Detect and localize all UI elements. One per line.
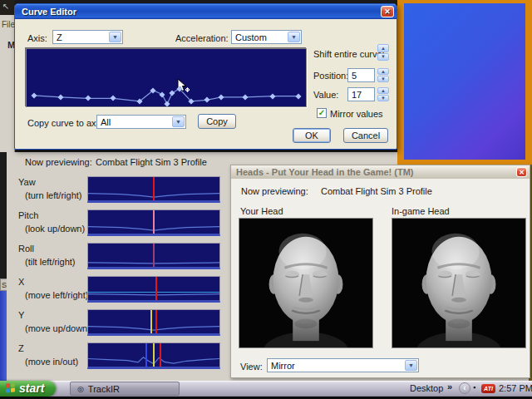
curve-editor-titlebar[interactable]: Curve Editor ✕ xyxy=(15,4,397,19)
spinner-up-icon[interactable]: ▲ xyxy=(377,87,389,94)
hide-tray-icons-button[interactable]: ‹ xyxy=(459,382,470,394)
heads-window: Heads - Put Your Head in the Game! (TM) … xyxy=(230,165,530,378)
app-cursor-icon: ↖ xyxy=(2,2,9,11)
file-menu-fragment[interactable]: File xyxy=(2,20,15,29)
chevron-down-icon[interactable]: ▼ xyxy=(288,32,300,42)
start-button[interactable]: start xyxy=(0,381,56,397)
acceleration-select-value: Custom xyxy=(235,32,267,42)
shift-curve-spinner[interactable]: ▲ ▼ xyxy=(377,44,389,61)
axis-row-yaw: Yaw (turn left/right) xyxy=(17,175,224,204)
axis-desc: (turn left/right) xyxy=(25,190,81,200)
axis-desc: (move in/out) xyxy=(25,357,78,367)
chevron-left-icon: ‹ xyxy=(463,384,466,392)
taskbar-clock[interactable]: 2:57 PM xyxy=(499,383,532,393)
curve-editor-title: Curve Editor xyxy=(22,7,76,17)
axis-select-value: Z xyxy=(57,32,62,42)
your-head-view xyxy=(239,218,373,348)
background-blue-strip xyxy=(0,291,7,381)
taskbar: start ◎ TrackIR Desktop » ‹ ▪ ATI 2:57 P… xyxy=(0,381,532,397)
strip-position-marker xyxy=(145,343,147,367)
strip-position-marker xyxy=(153,343,155,367)
curve-plot[interactable] xyxy=(26,48,307,107)
axis-select[interactable]: Z ▼ xyxy=(52,30,123,44)
strip-position-marker xyxy=(153,244,155,267)
strip-position-marker xyxy=(150,310,152,333)
acceleration-label: Acceleration: xyxy=(175,33,229,43)
strip-position-marker xyxy=(153,210,155,234)
axis-preview-strip-yaw xyxy=(87,176,220,203)
spinner-up-icon[interactable]: ▲ xyxy=(377,68,389,75)
check-icon: ✓ xyxy=(318,109,325,117)
axis-name: Y xyxy=(18,310,24,320)
axis-name: X xyxy=(18,277,24,287)
curve-editor-dialog: Curve Editor ✕ Axis: Z ▼ Acceleration: C… xyxy=(14,3,397,150)
heads-profile-name: Combat Flight Sim 3 Profile xyxy=(321,186,432,196)
axis-desc: (look up/down) xyxy=(25,224,85,234)
head-render-your xyxy=(239,219,372,347)
chevron-down-icon[interactable]: ▼ xyxy=(172,116,185,127)
chevron-down-icon[interactable]: ▼ xyxy=(405,360,417,371)
tray-device-icon[interactable]: ▪ xyxy=(473,383,475,392)
toolbar-chevrons-icon[interactable]: » xyxy=(447,382,452,392)
axis-desc: (move left/right) xyxy=(25,290,88,300)
taskbar-item-label: TrackIR xyxy=(88,384,120,394)
axis-row-roll: Roll (tilt left/right) xyxy=(17,241,224,271)
ingame-head-label: In-game Head xyxy=(392,206,450,216)
start-button-label: start xyxy=(19,382,44,395)
spinner-down-icon[interactable]: ▼ xyxy=(377,53,389,62)
camera-view-frame xyxy=(397,0,532,165)
copy-axis-select[interactable]: All ▼ xyxy=(96,115,186,129)
spinner-down-icon[interactable]: ▼ xyxy=(377,95,389,101)
shift-curve-label: Shift entire curve: xyxy=(313,49,385,59)
axis-preview-strip-y xyxy=(87,309,220,336)
value-label: Value: xyxy=(313,90,338,100)
profile-name: Combat Flight Sim 3 Profile xyxy=(96,157,207,167)
axis-desc: (move up/down) xyxy=(25,323,91,333)
view-select[interactable]: Mirror ▼ xyxy=(267,358,419,372)
value-field[interactable]: 17 xyxy=(347,87,375,101)
taskbar-item-trackir[interactable]: ◎ TrackIR xyxy=(70,382,180,396)
ingame-head-view xyxy=(392,218,526,348)
your-head-label: Your Head xyxy=(240,206,283,216)
copy-button[interactable]: Copy xyxy=(198,114,236,129)
close-icon[interactable]: ✕ xyxy=(381,6,394,17)
ok-button[interactable]: OK xyxy=(293,128,331,143)
position-label: Position: xyxy=(313,71,348,81)
axis-name: Yaw xyxy=(18,177,36,187)
position-field[interactable]: 5 xyxy=(347,68,375,82)
position-spinner[interactable]: ▲ ▼ xyxy=(377,68,389,82)
head-render-ingame xyxy=(392,219,525,347)
trackir-app-icon: ◎ xyxy=(77,385,84,393)
heads-now-previewing-label: Now previewing: xyxy=(241,186,308,196)
axis-name: Roll xyxy=(18,244,34,254)
axis-row-z: Z (move in/out) xyxy=(17,341,224,371)
strip-position-marker xyxy=(160,343,161,367)
value-spinner[interactable]: ▲ ▼ xyxy=(377,87,389,101)
windows-logo-icon xyxy=(6,382,15,392)
spinner-down-icon[interactable]: ▼ xyxy=(377,76,389,82)
strip-position-marker xyxy=(153,177,155,200)
mirror-values-label: Mirror values xyxy=(330,109,383,119)
axis-preview-strip-roll xyxy=(87,243,220,269)
axis-name: Pitch xyxy=(18,210,38,220)
close-icon[interactable]: ✕ xyxy=(516,167,527,177)
mirror-values-checkbox[interactable]: ✓ xyxy=(317,108,327,118)
desktop-toolbar-label[interactable]: Desktop xyxy=(410,383,443,393)
camera-view-panel xyxy=(404,3,525,160)
axis-preview-strip-pitch xyxy=(87,209,220,236)
strip-horizontal-line xyxy=(88,292,219,293)
now-previewing-label: Now previewing: xyxy=(25,157,92,167)
acceleration-select[interactable]: Custom ▼ xyxy=(231,30,302,44)
heads-titlebar[interactable]: Heads - Put Your Head in the Game! (TM) … xyxy=(231,165,530,179)
ati-tray-icon[interactable]: ATI xyxy=(481,384,495,393)
chevron-down-icon[interactable]: ▼ xyxy=(109,32,121,42)
axis-desc: (tilt left/right) xyxy=(25,257,76,267)
cancel-button[interactable]: Cancel xyxy=(343,128,388,143)
background-window-edge: File M xyxy=(0,15,15,152)
background-titlebar-fragment: ↖ xyxy=(0,0,15,15)
axis-row-pitch: Pitch (look up/down) xyxy=(17,208,224,238)
strip-position-marker xyxy=(155,277,157,300)
axis-preview-strip-z xyxy=(87,342,220,369)
spinner-up-icon[interactable]: ▲ xyxy=(377,44,389,52)
copy-curve-label: Copy curve to axis: xyxy=(27,118,106,128)
